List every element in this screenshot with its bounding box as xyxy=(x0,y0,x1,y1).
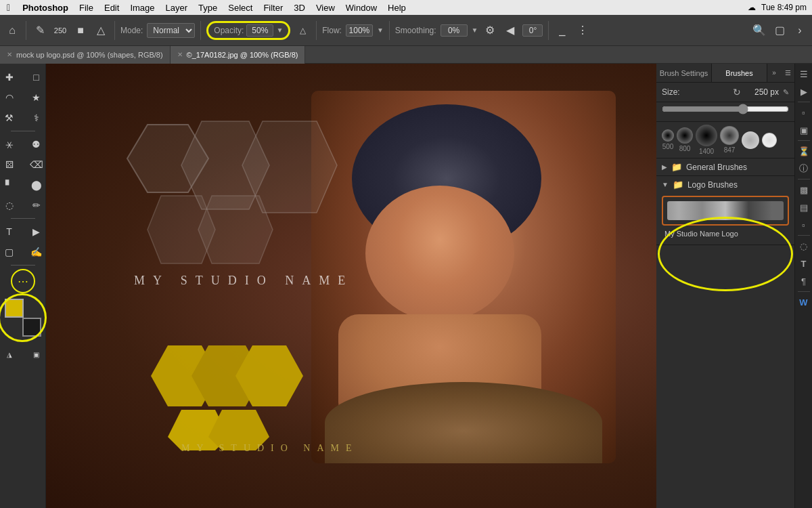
menu-help[interactable]: Help xyxy=(388,3,406,13)
play-icon[interactable]: ▶ xyxy=(796,84,811,99)
brush-preset-icon[interactable]: ■ xyxy=(72,22,89,39)
table-icon[interactable]: ▤ xyxy=(796,200,811,215)
move-tool[interactable]: ✚ xyxy=(0,68,23,87)
menu-right: ☁ Tue 8:49 pm xyxy=(748,3,807,12)
toolbar-sep2 xyxy=(114,21,115,40)
menu-file[interactable]: File xyxy=(79,3,93,13)
size-edit-icon[interactable]: ✎ xyxy=(783,88,789,97)
history-icon[interactable]: ⏳ xyxy=(796,144,811,158)
baby-face xyxy=(365,186,514,321)
angle-input[interactable] xyxy=(522,24,543,37)
baby-basket xyxy=(325,382,602,463)
search-icon[interactable]: 🔍 xyxy=(751,22,767,39)
apple-logo[interactable]:  xyxy=(7,2,10,13)
brush-preset-dark[interactable] xyxy=(742,131,759,149)
menu-select[interactable]: Select xyxy=(228,3,252,13)
tab-brush-settings[interactable]: Brush Settings xyxy=(656,64,712,82)
smoothing-options-icon[interactable]: ⚙ xyxy=(482,22,498,39)
tab-mockup-label: mock up logo.psd @ 100% (shapes, RGB/8) xyxy=(16,51,163,59)
general-brushes-header[interactable]: ▶ 📁 General Brushes xyxy=(656,158,794,175)
toggle-airbrush-icon[interactable]: △ xyxy=(93,22,109,39)
brush-preset-light[interactable] xyxy=(762,133,777,148)
tab-mockup[interactable]: ✕ mock up logo.psd @ 100% (shapes, RGB/8… xyxy=(0,46,171,64)
menu-image[interactable]: Image xyxy=(130,3,154,13)
panel-menu-button[interactable]: ☰ xyxy=(781,64,794,82)
tab-mockup-close[interactable]: ✕ xyxy=(7,51,12,58)
symmetry-icon[interactable]: ⎯ xyxy=(554,22,570,39)
tool-separator2 xyxy=(11,218,35,219)
logo-top-svg xyxy=(107,118,351,267)
smoothing-dropdown-icon[interactable]: ▼ xyxy=(472,26,478,34)
watermark-icon[interactable]: W xyxy=(796,295,811,310)
tab-brushes[interactable]: Brushes xyxy=(712,64,767,82)
flow-input[interactable] xyxy=(346,24,373,37)
right-sep5 xyxy=(798,291,810,292)
healing-tool[interactable]: ⚹ xyxy=(0,135,23,154)
menu-type[interactable]: Type xyxy=(198,3,217,13)
tool-separator xyxy=(11,131,35,131)
brush-panel-tabs: Brush Settings Brushes » ☰ xyxy=(656,64,794,83)
more-icon[interactable]: › xyxy=(792,22,808,39)
channels-icon[interactable]: ▩ xyxy=(796,182,811,197)
brush-preset-800[interactable] xyxy=(677,127,693,144)
brush-preset-847[interactable] xyxy=(720,126,739,145)
logo-brushes-header[interactable]: ▼ 📁 Logo Brushes xyxy=(656,176,794,193)
more-tools-button[interactable]: ⋯ xyxy=(11,269,35,293)
studio-name-logo-brush[interactable] xyxy=(662,196,789,226)
brush-size-display: 250 xyxy=(52,22,68,39)
gradient-tool[interactable]: ▘ xyxy=(0,175,23,194)
crop-tool[interactable]: ⚒ xyxy=(0,108,23,127)
always-use-pressure-icon[interactable]: △ xyxy=(294,22,311,39)
type-icon[interactable]: T xyxy=(796,256,811,271)
logo-brushes-content: My Studio Name Logo xyxy=(656,193,794,245)
opacity-dropdown-icon[interactable]: ▼ xyxy=(276,26,283,34)
menu-layer[interactable]: Layer xyxy=(166,3,188,13)
left-tools-panel: ✚ □ ◠ ★ ⚒ ⚕ ⚹ ⚉ ⚄ ⌫ ▘ ⬤ ◌ ✏ T xyxy=(0,64,46,508)
brush-preset-500[interactable] xyxy=(662,129,674,142)
layers-icon[interactable]: ☰ xyxy=(796,66,811,81)
flow-dropdown-icon[interactable]: ▼ xyxy=(377,26,384,34)
size-label: Size: xyxy=(662,87,729,97)
brush-panel-icon[interactable]: ◌ xyxy=(796,238,811,253)
opacity-input[interactable] xyxy=(246,24,273,37)
brush-item-name: My Studio Name Logo xyxy=(664,230,738,238)
brush-size-slider[interactable] xyxy=(662,104,789,114)
quick-mask-button[interactable]: ◮ xyxy=(0,345,23,364)
shape-tool[interactable]: ▢ xyxy=(0,242,23,261)
brush-tool-icon[interactable]: ✎ xyxy=(32,22,48,39)
menu-photoshop[interactable]: Photoshop xyxy=(22,3,68,13)
tab-photo-close[interactable]: ✕ xyxy=(177,51,183,58)
home-button[interactable]: ⌂ xyxy=(4,22,20,39)
toolbar-sep4 xyxy=(316,21,317,40)
color-icon[interactable]: ▣ xyxy=(796,123,811,137)
menu-3d[interactable]: 3D xyxy=(294,3,305,13)
menu-window[interactable]: Window xyxy=(346,3,377,13)
mode-label: Mode: xyxy=(120,26,143,35)
baby-photo xyxy=(311,91,616,463)
smoothing-input[interactable] xyxy=(441,24,468,37)
angle-icon[interactable]: ◀ xyxy=(502,22,518,39)
mode-select[interactable]: Normal Multiply Screen xyxy=(147,23,195,38)
dodge-tool[interactable]: ◌ xyxy=(0,196,23,215)
text-tool[interactable]: T xyxy=(0,222,23,241)
panel-expand-button[interactable]: » xyxy=(767,64,781,82)
opacity-group: Opacity: ▼ xyxy=(206,21,290,40)
foreground-color-swatch[interactable] xyxy=(5,299,24,318)
paragraph-icon[interactable]: ¶ xyxy=(796,274,811,289)
brush-preset-1400[interactable] xyxy=(696,125,717,146)
info-icon[interactable]: ⓘ xyxy=(796,161,811,176)
size-reset-icon[interactable]: ↻ xyxy=(733,87,741,98)
menu-edit[interactable]: Edit xyxy=(104,3,119,13)
general-brushes-label: General Brushes xyxy=(686,163,747,172)
background-color-swatch[interactable] xyxy=(22,318,41,337)
lasso-tool[interactable]: ◠ xyxy=(0,88,23,107)
extra-options-icon[interactable]: ⋮ xyxy=(574,22,591,39)
menu-view[interactable]: View xyxy=(316,3,335,13)
paths-icon[interactable]: ▫ xyxy=(796,217,811,232)
adjustments-icon[interactable]: ▫ xyxy=(796,105,811,120)
history-brush-tool[interactable]: ⚄ xyxy=(0,155,23,174)
view-toggle-icon[interactable]: ▢ xyxy=(771,22,788,39)
tab-photo[interactable]: ✕ ©_17A0182.jpg @ 100% (RGB/8) xyxy=(171,46,306,64)
menu-filter[interactable]: Filter xyxy=(263,3,283,13)
right-sep3 xyxy=(798,179,810,179)
